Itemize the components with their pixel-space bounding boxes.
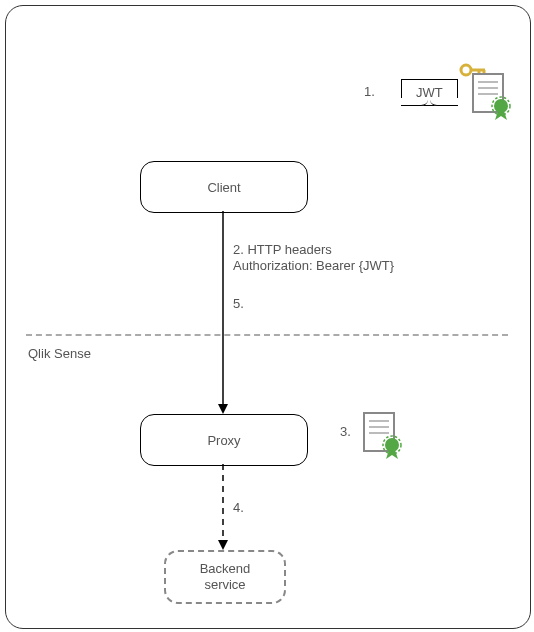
step-1-label: 1.	[364, 84, 375, 99]
client-label: Client	[207, 180, 240, 195]
certificate-icon-proxy	[362, 411, 404, 461]
step-5-label: 5.	[233, 296, 244, 311]
backend-label-1: Backend	[200, 561, 251, 577]
step-2-line1: 2. HTTP headers	[233, 242, 332, 257]
arrow-client-to-proxy	[216, 211, 230, 416]
client-node: Client	[140, 161, 308, 213]
certificate-icon	[471, 72, 513, 122]
backend-label-2: service	[204, 577, 245, 593]
jwt-token-note: JWT	[401, 79, 458, 106]
jwt-label: JWT	[416, 85, 443, 100]
diagram-frame: JWT 1. Client Proxy Backend service	[5, 5, 531, 629]
svg-point-13	[385, 438, 399, 452]
proxy-node: Proxy	[140, 414, 308, 466]
svg-point-0	[461, 65, 471, 75]
step-4-label: 4.	[233, 500, 244, 515]
backend-service-node: Backend service	[164, 550, 286, 604]
boundary-line	[26, 334, 508, 336]
svg-point-5	[494, 99, 508, 113]
step-3-label: 3.	[340, 424, 351, 439]
boundary-label: Qlik Sense	[28, 346, 91, 361]
step-2-line2: Authorization: Bearer {JWT}	[233, 258, 394, 273]
proxy-label: Proxy	[207, 433, 240, 448]
arrow-proxy-to-backend	[216, 464, 230, 552]
